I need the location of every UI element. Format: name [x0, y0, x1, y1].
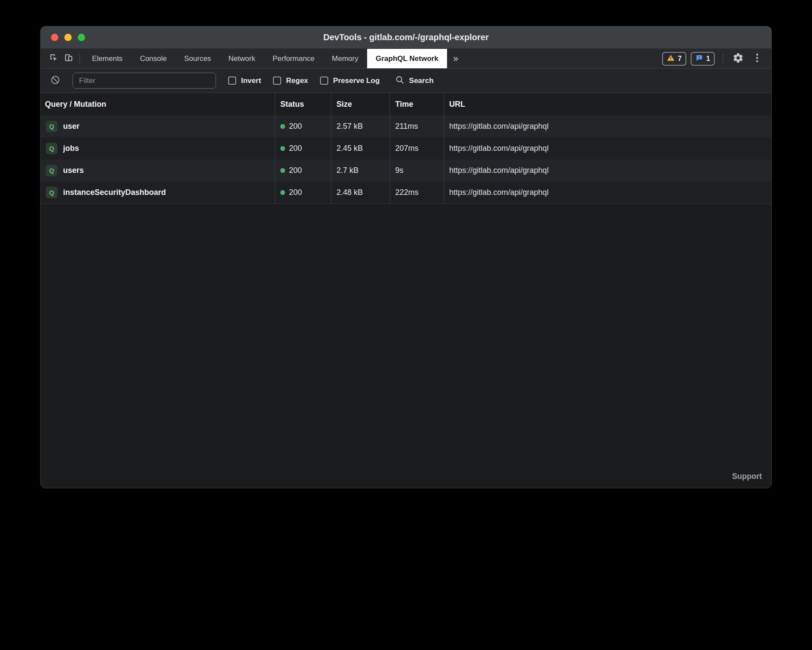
panel-empty-area: Support	[41, 204, 771, 488]
status-ok-dot	[280, 124, 285, 129]
filter-input[interactable]	[73, 73, 216, 89]
warning-triangle-icon	[667, 54, 675, 64]
tab-console[interactable]: Console	[131, 49, 175, 68]
more-tabs-chevron-icon[interactable]: »	[447, 53, 464, 64]
size-cell: 2.7 kB	[331, 159, 390, 182]
block-circle-icon	[50, 75, 60, 87]
kebab-menu-icon	[752, 52, 763, 65]
time-value: 222ms	[395, 188, 419, 197]
time-cell: 222ms	[390, 182, 444, 204]
preserve-log-checkbox-label: Preserve Log	[333, 76, 380, 85]
window-title: DevTools - gitlab.com/-/graphql-explorer	[41, 32, 771, 42]
status-cell: 200	[275, 115, 331, 137]
close-button[interactable]	[51, 34, 58, 41]
clear-requests-button[interactable]	[50, 75, 60, 87]
issues-chat-icon	[695, 54, 703, 64]
table-body: Q user 200 2.57 kB 211ms https://gitlab.…	[41, 115, 771, 204]
invert-checkbox[interactable]: Invert	[228, 76, 261, 85]
panel-tabs: Elements Console Sources Network Perform…	[83, 49, 447, 68]
query-name: jobs	[63, 144, 79, 153]
status-ok-dot	[280, 146, 285, 151]
size-value: 2.48 kB	[336, 188, 363, 197]
url-cell: https://gitlab.com/api/graphql	[444, 137, 771, 159]
url-value: https://gitlab.com/api/graphql	[449, 144, 549, 153]
size-value: 2.57 kB	[336, 122, 363, 131]
devtools-window: DevTools - gitlab.com/-/graphql-explorer…	[40, 26, 772, 488]
preserve-log-checkbox-box[interactable]	[320, 76, 328, 85]
title-bar: DevTools - gitlab.com/-/graphql-explorer	[41, 26, 771, 49]
url-value: https://gitlab.com/api/graphql	[449, 166, 549, 175]
query-type-badge: Q	[46, 121, 57, 132]
tab-graphql-network[interactable]: GraphQL Network	[367, 49, 447, 68]
invert-checkbox-label: Invert	[241, 76, 261, 85]
column-header-url[interactable]: URL	[444, 93, 771, 115]
status-value: 200	[289, 122, 302, 131]
toolbar-separator	[723, 54, 723, 64]
column-header-time[interactable]: Time	[390, 93, 444, 115]
status-cell: 200	[275, 182, 331, 204]
query-name: instanceSecurityDashboard	[63, 188, 166, 197]
column-header-query-mutation[interactable]: Query / Mutation	[41, 93, 275, 115]
minimize-button[interactable]	[64, 34, 72, 41]
query-cell: Q instanceSecurityDashboard	[41, 182, 275, 204]
device-toolbar-button[interactable]	[61, 51, 76, 66]
query-type-badge: Q	[46, 165, 57, 176]
invert-checkbox-box[interactable]	[228, 76, 236, 85]
preserve-log-checkbox[interactable]: Preserve Log	[320, 76, 380, 85]
tab-network[interactable]: Network	[220, 49, 264, 68]
gear-icon	[733, 52, 744, 65]
size-cell: 2.57 kB	[331, 115, 390, 137]
url-cell: https://gitlab.com/api/graphql	[444, 182, 771, 204]
query-name: users	[63, 166, 84, 175]
device-toolbar-icon	[64, 53, 73, 64]
devtools-tab-bar: Elements Console Sources Network Perform…	[41, 49, 771, 69]
query-cell: Q jobs	[41, 137, 275, 159]
size-value: 2.45 kB	[336, 144, 363, 153]
tab-elements[interactable]: Elements	[83, 49, 131, 68]
status-cell: 200	[275, 159, 331, 182]
regex-checkbox[interactable]: Regex	[273, 76, 308, 85]
tab-sources[interactable]: Sources	[175, 49, 219, 68]
query-name: user	[63, 122, 79, 131]
table-row[interactable]: Q user 200 2.57 kB 211ms https://gitlab.…	[41, 115, 771, 137]
search-label: Search	[409, 76, 434, 85]
regex-checkbox-label: Regex	[286, 76, 308, 85]
tab-memory[interactable]: Memory	[323, 49, 367, 68]
table-header: Query / Mutation Status Size Time URL	[41, 93, 771, 115]
tab-performance[interactable]: Performance	[264, 49, 323, 68]
inspect-element-button[interactable]	[47, 51, 61, 66]
time-cell: 211ms	[390, 115, 444, 137]
query-type-badge: Q	[46, 187, 57, 198]
issues-count: 1	[706, 55, 710, 63]
search-icon	[395, 75, 405, 86]
issues-badge[interactable]: 1	[691, 52, 715, 66]
query-type-badge: Q	[46, 143, 57, 154]
status-ok-dot	[280, 190, 285, 195]
console-warnings-badge[interactable]: 7	[662, 52, 686, 66]
column-header-status[interactable]: Status	[275, 93, 331, 115]
regex-checkbox-box[interactable]	[273, 76, 281, 85]
table-row[interactable]: Q instanceSecurityDashboard 200 2.48 kB …	[41, 182, 771, 204]
column-header-size[interactable]: Size	[331, 93, 390, 115]
size-value: 2.7 kB	[336, 166, 358, 175]
search-button[interactable]: Search	[395, 75, 434, 86]
url-value: https://gitlab.com/api/graphql	[449, 122, 549, 131]
status-value: 200	[289, 144, 302, 153]
query-cell: Q users	[41, 159, 275, 182]
settings-button[interactable]	[731, 51, 745, 66]
support-link[interactable]: Support	[732, 472, 762, 481]
table-row[interactable]: Q jobs 200 2.45 kB 207ms https://gitlab.…	[41, 137, 771, 159]
url-value: https://gitlab.com/api/graphql	[449, 188, 549, 197]
status-value: 200	[289, 188, 302, 197]
url-cell: https://gitlab.com/api/graphql	[444, 159, 771, 182]
kebab-menu-button[interactable]	[750, 51, 764, 66]
table-row[interactable]: Q users 200 2.7 kB 9s https://gitlab.com…	[41, 159, 771, 182]
time-value: 207ms	[395, 144, 419, 153]
time-value: 211ms	[395, 122, 418, 131]
inspect-cursor-icon	[49, 53, 59, 64]
traffic-lights	[41, 34, 85, 41]
toolbar-separator	[79, 54, 80, 64]
zoom-button[interactable]	[78, 34, 85, 41]
query-cell: Q user	[41, 115, 275, 137]
filter-bar: Invert Regex Preserve Log Search	[41, 69, 771, 93]
